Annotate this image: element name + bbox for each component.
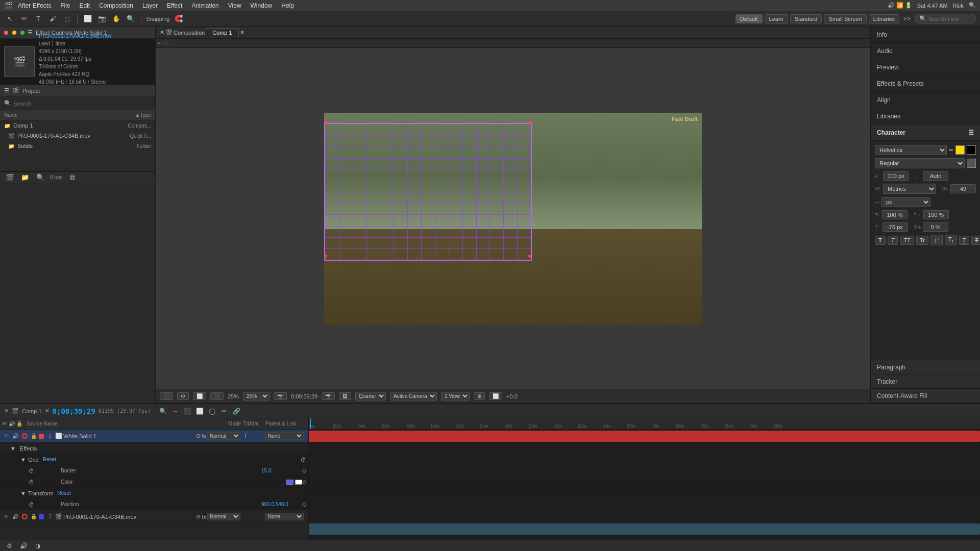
workspace-more[interactable]: >> <box>901 13 913 24</box>
close-btn[interactable] <box>4 31 8 35</box>
menu-help[interactable]: Help <box>277 1 298 10</box>
menu-animation[interactable]: Animation <box>187 1 223 10</box>
new-folder-btn[interactable]: 📁 <box>19 172 31 183</box>
search-bar[interactable]: 🔍 <box>915 14 976 23</box>
layer-1-mode[interactable]: Normal <box>207 432 243 440</box>
layer-2-parent-select[interactable]: None <box>265 513 304 520</box>
layer-1-eye[interactable]: 👁 <box>2 433 10 439</box>
hand-tool[interactable]: ✋ <box>111 13 122 24</box>
workspace-learn[interactable]: Learn <box>765 14 788 23</box>
layer-2-mode-select[interactable]: Normal <box>207 513 240 520</box>
underline-btn[interactable]: T <box>959 236 970 245</box>
menu-file[interactable]: File <box>56 1 74 10</box>
timeline-btn-3[interactable]: ⬜ <box>194 406 205 416</box>
workspace-standard[interactable]: Standard <box>790 14 822 23</box>
layer-row-1[interactable]: 👁 🔊 ⭕ 🔒 1 ⬜ White Solid 1 ⊙ fx Normal T <box>0 430 308 443</box>
italic-btn[interactable]: T <box>888 236 898 245</box>
maximize-btn[interactable] <box>20 31 24 35</box>
viewer-close-icon[interactable]: ✕ <box>160 29 164 36</box>
smallcaps-btn[interactable]: Tr <box>916 236 928 245</box>
layer-1-mask-icon[interactable]: ⊙ <box>196 433 201 439</box>
font-color-swatch[interactable] <box>955 145 965 155</box>
grid-reset-btn[interactable]: Reset <box>43 457 56 462</box>
camera-view-select[interactable]: Active Camera <box>390 392 437 400</box>
transform-reset-btn[interactable]: Reset <box>58 490 71 496</box>
workspace-small-screen[interactable]: Small Screen <box>824 14 866 23</box>
layer-2-solo[interactable]: ⭕ <box>20 514 29 519</box>
track-bar-row-2[interactable] <box>309 522 980 536</box>
project-search-bar[interactable]: 🔍 <box>0 97 155 110</box>
border-value[interactable]: 15.0 <box>261 468 302 473</box>
preview-panel-btn[interactable]: Preview <box>871 59 980 76</box>
leading-input[interactable] <box>923 171 948 181</box>
layer-1-mode-select[interactable]: Normal <box>207 432 240 440</box>
tracker-section-btn[interactable]: Tracker <box>871 374 980 389</box>
paragraph-section-btn[interactable]: Paragraph <box>871 360 980 374</box>
vert-scale-input[interactable] <box>882 210 908 219</box>
color-keyframe-icon[interactable]: ◇ <box>302 479 306 485</box>
timeline-btn-5[interactable]: ✏ <box>219 406 229 416</box>
menu-effect[interactable]: Effect <box>163 1 186 10</box>
brush-tool[interactable]: 🖌 <box>47 13 58 24</box>
font-stroke-swatch[interactable] <box>967 145 976 155</box>
expand-grid-icon[interactable]: ▼ <box>2 457 26 463</box>
layer-1-solo[interactable]: ⭕ <box>20 433 29 439</box>
info-panel-btn[interactable]: Info <box>871 27 980 43</box>
color-preview-swatch[interactable] <box>286 480 293 485</box>
font-size-input[interactable] <box>883 171 909 181</box>
selection-tool[interactable]: ↖ <box>4 13 15 24</box>
bold-btn[interactable]: T <box>875 236 886 245</box>
search-icon[interactable]: 🔍 <box>969 2 976 9</box>
show-snapshot-btn[interactable]: 🖼 <box>339 392 351 400</box>
minimize-btn[interactable] <box>12 31 16 35</box>
tracking-input[interactable] <box>950 184 976 193</box>
layer-1-parent[interactable]: None <box>265 432 306 440</box>
eraser-tool[interactable]: ◻ <box>61 13 72 24</box>
position-stopwatch-icon[interactable]: ⏱ <box>2 502 34 508</box>
timeline-btn-6[interactable]: 🔗 <box>231 406 241 416</box>
comp-tab-close[interactable]: ✕ <box>240 29 244 36</box>
project-search-input[interactable] <box>13 101 151 107</box>
motion-blur-btn[interactable]: ◑ <box>33 541 43 551</box>
panel-menu-icon[interactable]: ☰ <box>28 29 33 36</box>
layer-1-lock[interactable]: 🔒 <box>30 433 38 439</box>
delete-item-btn[interactable]: 🗑 <box>66 172 78 183</box>
layer-1-fx-icon[interactable]: fx <box>202 433 206 439</box>
menu-window[interactable]: Window <box>247 1 277 10</box>
workspace-default[interactable]: Default <box>736 14 763 23</box>
camera-tool[interactable]: 📷 <box>96 13 108 24</box>
shape-tool[interactable]: ⬜ <box>82 13 93 24</box>
resolution-select[interactable]: Quarter Half Full <box>355 392 386 400</box>
comp-tab-main[interactable]: Comp 1 <box>206 28 239 37</box>
timeline-btn-1[interactable]: ↔ <box>170 406 180 416</box>
search-input[interactable] <box>928 16 969 22</box>
horiz-scale-input[interactable] <box>923 210 949 219</box>
strikethrough-btn[interactable]: T <box>971 236 980 245</box>
units-select[interactable]: px <box>881 197 930 207</box>
libraries-panel-btn[interactable]: Libraries <box>871 108 980 124</box>
edit-font-icon[interactable]: ✏ <box>949 147 953 154</box>
effects-presets-panel-btn[interactable]: Effects & Presets <box>871 76 980 92</box>
playhead[interactable] <box>310 418 311 429</box>
layer-2-mode[interactable]: Normal <box>207 513 243 520</box>
align-panel-btn[interactable]: Align <box>871 92 980 108</box>
border-keyframe-icon[interactable]: ◇ <box>302 467 306 474</box>
layer-1-parent-select[interactable]: None <box>265 432 304 440</box>
character-panel-header[interactable]: Character ☰ <box>871 124 980 141</box>
viewer-settings-btn[interactable]: ⚙ <box>177 392 189 400</box>
character-panel-collapse[interactable]: ☰ <box>968 129 974 136</box>
project-menu-icon[interactable]: ☰ <box>4 87 9 94</box>
timeline-btn-4[interactable]: ◯ <box>207 406 217 416</box>
baseline-input[interactable] <box>883 222 908 232</box>
font-family-select[interactable]: Helvetica <box>875 145 947 155</box>
layer-2-mask-icon[interactable]: ⊙ <box>196 513 201 520</box>
timeline-btn-2[interactable]: ⬛ <box>182 406 192 416</box>
grid-guide-btn[interactable]: ⊞ <box>474 392 485 400</box>
border-stopwatch-icon[interactable]: ⏱ <box>2 468 34 474</box>
zoom-select[interactable]: 25% 50% 100% <box>243 392 270 400</box>
project-row-solids[interactable]: 📁 Solids Folder <box>0 141 155 151</box>
menu-layer[interactable]: Layer <box>138 1 162 10</box>
layer-2-parent[interactable]: None <box>265 513 306 520</box>
grid-stopwatch-icon[interactable]: ⏱ <box>301 457 306 463</box>
project-row-comp[interactable]: 📁 Comp 1 Compos... <box>0 120 155 131</box>
